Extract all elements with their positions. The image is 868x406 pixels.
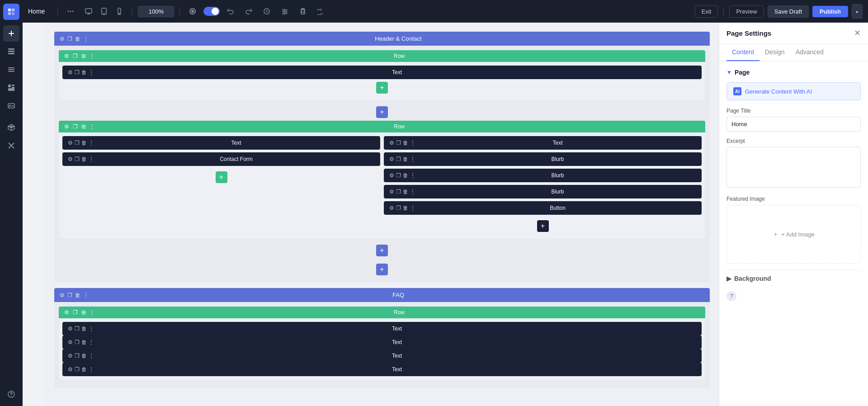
add-row-btn-2[interactable]: + <box>376 245 388 256</box>
cf-copy[interactable]: ❐ <box>75 156 80 162</box>
cf-gear[interactable]: ⚙ <box>68 156 73 162</box>
btn-gear[interactable]: ⚙ <box>389 205 394 211</box>
b2-delete[interactable]: 🗑 <box>403 172 408 179</box>
expand-panel-button[interactable]: ▸ <box>852 4 863 19</box>
b3-delete[interactable]: 🗑 <box>403 189 408 195</box>
tablet-icon[interactable] <box>97 4 111 19</box>
b1-gear[interactable]: ⚙ <box>389 156 394 162</box>
redo-icon[interactable] <box>241 4 256 19</box>
faq-el1-delete[interactable]: 🗑 <box>81 326 87 332</box>
sidebar-item-components[interactable] <box>3 119 19 136</box>
b3-dots[interactable]: ⋮ <box>410 189 415 195</box>
row-1-header[interactable]: ⚙ ❐ ⊞ ⋮ Row <box>59 50 705 62</box>
row-2-copy-icon[interactable]: ❐ <box>73 123 78 130</box>
toggle-switch[interactable] <box>203 7 220 16</box>
faq-el1-copy[interactable]: ❐ <box>75 326 80 332</box>
sidebar-item-media[interactable] <box>3 98 19 114</box>
faq-el1-gear[interactable]: ⚙ <box>68 326 73 332</box>
row-2-header[interactable]: ⚙ ❐ ⊞ ⋮ Row <box>59 121 705 132</box>
sidebar-item-pages[interactable] <box>3 43 19 60</box>
row-1-dots-icon[interactable]: ⋮ <box>90 53 95 59</box>
excerpt-textarea[interactable] <box>726 147 861 188</box>
add-element-col-left[interactable]: + <box>216 171 227 183</box>
panel-close-button[interactable]: ✕ <box>854 29 861 37</box>
help-button[interactable]: ? <box>726 291 736 301</box>
mobile-icon[interactable] <box>112 4 127 19</box>
faq-el2-gear[interactable]: ⚙ <box>68 339 73 345</box>
faq-el4-gear[interactable]: ⚙ <box>68 366 73 373</box>
element-delete-icon[interactable]: 🗑 <box>81 69 87 76</box>
section-dots-icon[interactable]: ⋮ <box>83 36 89 42</box>
faq-el4-dots[interactable]: ⋮ <box>89 366 94 373</box>
el2-delete[interactable]: 🗑 <box>81 140 87 146</box>
desktop-icon[interactable] <box>81 4 96 19</box>
faq-dots-icon[interactable]: ⋮ <box>83 292 89 298</box>
row-2-dots-icon[interactable]: ⋮ <box>90 123 95 130</box>
faq-text-3[interactable]: ⚙ ❐ 🗑 ⋮ Text <box>62 349 702 363</box>
publish-button[interactable]: Publish <box>812 6 848 17</box>
btn-delete[interactable]: 🗑 <box>403 205 408 211</box>
row-faq-table-icon[interactable]: ⊞ <box>81 309 86 316</box>
element-button[interactable]: ⚙ ❐ 🗑 ⋮ Button <box>384 201 702 215</box>
element-blurb-3[interactable]: ⚙ ❐ 🗑 ⋮ Blurb <box>384 185 702 198</box>
save-draft-button[interactable]: Save Draft <box>768 5 809 18</box>
b1-dots[interactable]: ⋮ <box>410 156 415 162</box>
background-section-header[interactable]: ▶ Background <box>726 270 861 287</box>
preview-button[interactable]: Preview <box>729 5 764 18</box>
topbar-dots-icon[interactable] <box>63 4 78 19</box>
faq-text-2[interactable]: ⚙ ❐ 🗑 ⋮ Text <box>62 335 702 349</box>
faq-copy-icon[interactable]: ❐ <box>67 292 72 298</box>
section-copy-icon[interactable]: ❐ <box>67 36 72 42</box>
cf-dots[interactable]: ⋮ <box>89 156 94 162</box>
cf-delete[interactable]: 🗑 <box>81 156 87 162</box>
power-icon[interactable] <box>314 4 328 19</box>
zoom-input[interactable]: 100% <box>138 6 174 17</box>
faq-text-1[interactable]: ⚙ ❐ 🗑 ⋮ Text <box>62 322 702 335</box>
row-2-table-icon[interactable]: ⊞ <box>81 123 86 130</box>
b3-gear[interactable]: ⚙ <box>389 189 394 195</box>
sidebar-logo[interactable] <box>3 4 19 20</box>
el3-dots[interactable]: ⋮ <box>410 140 415 146</box>
adjustments-icon[interactable] <box>278 4 292 19</box>
faq-el3-delete[interactable]: 🗑 <box>81 353 87 359</box>
faq-el2-delete[interactable]: 🗑 <box>81 339 87 345</box>
add-row-btn-1[interactable]: + <box>376 106 388 118</box>
b2-copy[interactable]: ❐ <box>396 172 401 179</box>
faq-el3-gear[interactable]: ⚙ <box>68 353 73 359</box>
add-element-col-right[interactable]: + <box>537 220 549 232</box>
page-section-header[interactable]: ▼ Page <box>726 69 861 76</box>
btn-copy[interactable]: ❐ <box>396 205 401 211</box>
b1-copy[interactable]: ❐ <box>396 156 401 162</box>
sidebar-item-add[interactable] <box>3 25 19 42</box>
row-1-table-icon[interactable]: ⊞ <box>81 53 86 59</box>
sidebar-item-help[interactable] <box>3 386 19 402</box>
sidebar-item-layers[interactable] <box>3 61 19 78</box>
row-faq-dots-icon[interactable]: ⋮ <box>90 309 95 316</box>
faq-el1-dots[interactable]: ⋮ <box>89 326 94 332</box>
b2-dots[interactable]: ⋮ <box>410 172 415 179</box>
row-faq-copy-icon[interactable]: ❐ <box>73 309 78 316</box>
faq-gear-icon[interactable]: ⚙ <box>60 292 65 298</box>
element-blurb-2[interactable]: ⚙ ❐ 🗑 ⋮ Blurb <box>384 169 702 182</box>
settings-icon[interactable] <box>185 4 200 19</box>
el2-dots[interactable]: ⋮ <box>89 140 94 146</box>
section-gear-icon[interactable]: ⚙ <box>60 36 65 42</box>
add-section-btn-1[interactable]: + <box>376 264 388 275</box>
generate-ai-button[interactable]: AI Generate Content With AI <box>726 82 861 100</box>
element-text-3[interactable]: ⚙ ❐ 🗑 ⋮ Text <box>384 136 702 150</box>
faq-delete-icon[interactable]: 🗑 <box>75 292 80 298</box>
faq-el2-dots[interactable]: ⋮ <box>89 339 94 345</box>
section-faq-bar[interactable]: ⚙ ❐ 🗑 ⋮ FAQ <box>54 288 710 302</box>
element-gear-icon[interactable]: ⚙ <box>68 69 73 76</box>
section-delete-icon[interactable]: 🗑 <box>75 36 80 42</box>
featured-image-upload[interactable]: ＋ + Add Image <box>726 205 861 264</box>
add-element-btn-row1[interactable]: + <box>376 82 388 94</box>
element-text-2[interactable]: ⚙ ❐ 🗑 ⋮ Text <box>62 136 380 150</box>
exit-button[interactable]: Exit <box>695 5 718 18</box>
element-blurb-1[interactable]: ⚙ ❐ 🗑 ⋮ Blurb <box>384 152 702 166</box>
faq-el4-copy[interactable]: ❐ <box>75 366 80 373</box>
element-copy-icon[interactable]: ❐ <box>75 69 80 76</box>
row-faq-header[interactable]: ⚙ ❐ ⊞ ⋮ Row <box>59 307 705 318</box>
element-text-1[interactable]: ⚙ ❐ 🗑 ⋮ Text <box>62 66 702 79</box>
tab-advanced[interactable]: Advanced <box>790 44 829 61</box>
